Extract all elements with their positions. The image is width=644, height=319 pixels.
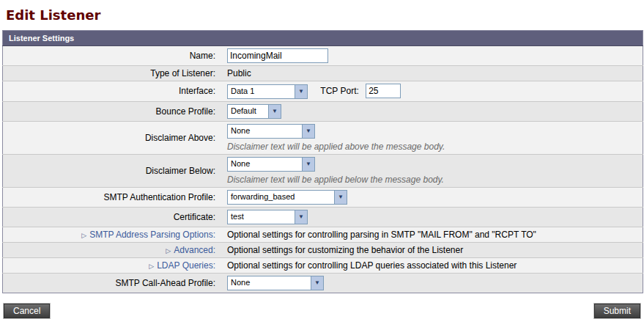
- disclaimer-above-note: Disclaimer text will be applied above th…: [227, 142, 638, 152]
- disclaimer-below-label: Disclaimer Below:: [146, 166, 215, 176]
- chevron-down-icon: ▼: [302, 125, 314, 138]
- ldap-queries-link[interactable]: LDAP Queries:: [157, 260, 215, 271]
- page-title: Edit Listener: [6, 7, 643, 23]
- interface-select[interactable]: Data 1 ▼: [227, 84, 308, 99]
- smtp-call-ahead-label: SMTP Call-Ahead Profile:: [116, 278, 216, 288]
- smtp-auth-profile-select[interactable]: forwarding_based ▼: [227, 190, 347, 205]
- table-row: ▷Advanced: Optional settings for customi…: [3, 242, 643, 257]
- chevron-down-icon: ▼: [334, 191, 347, 204]
- smtp-auth-profile-label: SMTP Authentication Profile:: [103, 192, 215, 202]
- chevron-down-icon: ▼: [295, 210, 307, 224]
- type-of-listener-value: Public: [227, 68, 251, 78]
- table-row: Certificate: test ▼: [3, 207, 643, 227]
- ldap-queries-desc: Optional settings for controlling LDAP q…: [227, 260, 517, 271]
- tcp-port-input[interactable]: [366, 84, 401, 98]
- table-row: Disclaimer Below: None ▼ Disclaimer text…: [3, 154, 643, 187]
- table-row: Bounce Profile: Default ▼: [3, 101, 643, 121]
- disclaimer-above-select[interactable]: None ▼: [227, 124, 315, 139]
- footer-actions: Cancel Submit: [1, 304, 643, 318]
- submit-button[interactable]: Submit: [594, 304, 640, 318]
- smtp-call-ahead-select[interactable]: None ▼: [227, 276, 324, 290]
- table-row: SMTP Authentication Profile: forwarding_…: [3, 187, 643, 207]
- panel-header: Listener Settings: [3, 31, 643, 46]
- type-of-listener-label: Type of Listener:: [150, 68, 215, 78]
- chevron-down-icon: ▼: [268, 105, 281, 118]
- table-row: ▷LDAP Queries: Optional settings for con…: [3, 257, 643, 273]
- table-row: ▷SMTP Address Parsing Options: Optional …: [3, 227, 643, 242]
- certificate-select[interactable]: test ▼: [227, 210, 308, 224]
- expand-triangle-icon: ▷: [166, 247, 171, 254]
- name-label: Name:: [190, 51, 215, 61]
- cancel-button[interactable]: Cancel: [4, 304, 50, 318]
- smtp-address-parsing-link[interactable]: SMTP Address Parsing Options:: [89, 230, 215, 240]
- bounce-profile-select[interactable]: Default ▼: [227, 104, 281, 119]
- name-input[interactable]: [227, 48, 328, 63]
- chevron-down-icon: ▼: [302, 158, 314, 171]
- page: Edit Listener Listener Settings Name: Ty…: [0, 0, 644, 318]
- table-row: Name:: [3, 46, 643, 66]
- disclaimer-below-select[interactable]: None ▼: [227, 157, 315, 172]
- disclaimer-below-note: Disclaimer text will be applied below th…: [227, 175, 638, 185]
- listener-settings-table: Listener Settings Name: Type of Listener…: [2, 30, 643, 293]
- bounce-profile-label: Bounce Profile:: [156, 106, 215, 117]
- table-row: Interface: Data 1 ▼ TCP Port:: [3, 81, 643, 102]
- table-row: Type of Listener: Public: [3, 66, 643, 81]
- chevron-down-icon: ▼: [311, 276, 323, 290]
- expand-triangle-icon: ▷: [149, 263, 154, 270]
- table-row: Disclaimer Above: None ▼ Disclaimer text…: [3, 121, 643, 154]
- tcp-port-label: TCP Port:: [320, 86, 358, 96]
- table-row: SMTP Call-Ahead Profile: None ▼: [3, 273, 643, 293]
- disclaimer-above-label: Disclaimer Above:: [145, 133, 215, 143]
- advanced-link[interactable]: Advanced:: [174, 245, 215, 255]
- chevron-down-icon: ▼: [295, 85, 307, 98]
- advanced-desc: Optional settings for customizing the be…: [227, 245, 463, 255]
- smtp-address-parsing-desc: Optional settings for controlling parsin…: [227, 230, 536, 240]
- expand-triangle-icon: ▷: [81, 232, 86, 239]
- certificate-label: Certificate:: [174, 212, 215, 222]
- interface-label: Interface:: [179, 86, 215, 96]
- panel-header-row: Listener Settings: [3, 31, 643, 46]
